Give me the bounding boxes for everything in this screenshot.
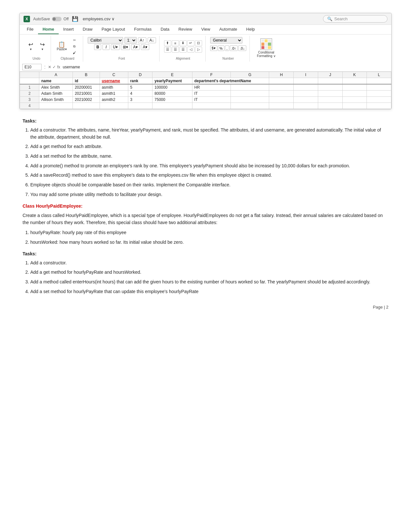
col-header-C[interactable]: C (100, 72, 128, 78)
currency-button[interactable]: $▾ (210, 45, 217, 51)
comma-button[interactable]: , (225, 45, 229, 51)
col-header-H[interactable]: H (269, 72, 294, 78)
paste-button[interactable]: 📋 Paste▾ (55, 41, 68, 52)
list-item: hourlyPayRate: hourly pay rate of this e… (30, 229, 388, 236)
col-header-J[interactable]: J (318, 72, 342, 78)
decimal-increase-button[interactable]: .0↑ (230, 45, 238, 51)
font-family-select[interactable]: Calibri (88, 37, 123, 44)
tab-page-layout[interactable]: Page Layout (97, 25, 130, 34)
fill-color-button[interactable]: A▾ (131, 44, 140, 50)
save-icon[interactable]: 💾 (72, 16, 78, 22)
tab-data[interactable]: Data (156, 25, 174, 34)
cell-2-B[interactable]: 20210001 (73, 91, 100, 97)
cell-4-A[interactable] (39, 103, 73, 109)
search-input[interactable]: Search (334, 16, 347, 21)
cell-3-D[interactable]: 3 (128, 97, 152, 103)
cell-3-E[interactable]: 75000 (152, 97, 192, 103)
table-row: 2 Adam Smith 20210001 asmith1 4 80000 IT (20, 91, 391, 97)
col-header-A[interactable]: A (39, 72, 73, 78)
tab-file[interactable]: File (22, 25, 38, 34)
col-header-E[interactable]: E (152, 72, 192, 78)
conditional-formatting-button[interactable]: ConditionalFormatting ∨ (254, 37, 278, 59)
copy-button[interactable]: ⧉ (69, 44, 80, 49)
increase-font-button[interactable]: A↑ (138, 37, 146, 43)
tab-automate[interactable]: Automate (215, 25, 242, 34)
cell-1-F[interactable]: HR (192, 84, 230, 91)
tab-review[interactable]: Review (174, 25, 197, 34)
col-header-D[interactable]: D (128, 72, 152, 78)
align-middle-button[interactable]: ≡ (172, 40, 179, 46)
tab-home[interactable]: Home (38, 25, 59, 34)
undo-button[interactable]: ↩ ▾ (25, 41, 36, 52)
col-header-I[interactable]: I (294, 72, 318, 78)
border-button[interactable]: ⊞▾ (121, 44, 130, 50)
spreadsheet: A B C D E F G H I J K L name (20, 72, 391, 109)
cell-3-A[interactable]: Allison Smith (39, 97, 73, 103)
cell-3-B[interactable]: 20210002 (73, 97, 100, 103)
conditional-formatting-icon (260, 38, 272, 50)
header-yearly-payment[interactable]: yearlyPayment (152, 78, 192, 84)
header-department[interactable]: department's departmentName (192, 78, 269, 84)
alignment-group: ⬆ ≡ ⬇ ↵ ⊡ ☰ ☰ ☰ ◁ ▷ Alignment (161, 36, 206, 62)
insert-function-icon[interactable]: fx (57, 65, 60, 69)
font-size-select[interactable]: 11 (124, 37, 137, 44)
align-center-button[interactable]: ☰ (172, 47, 179, 53)
cell-1-B[interactable]: 20200001 (73, 84, 100, 91)
cell-2-E[interactable]: 80000 (152, 91, 192, 97)
header-username[interactable]: username (100, 78, 128, 84)
cell-2-C[interactable]: asmith1 (100, 91, 128, 97)
indent-increase-button[interactable]: ▷ (195, 47, 202, 53)
tab-formulas[interactable]: Formulas (130, 25, 156, 34)
align-top-button[interactable]: ⬆ (164, 40, 171, 46)
col-header-G[interactable]: G (231, 72, 269, 78)
col-header-L[interactable]: L (367, 72, 391, 78)
align-left-button[interactable]: ☰ (164, 47, 171, 53)
bold-button[interactable]: B (94, 44, 101, 50)
decrease-font-button[interactable]: A↓ (148, 37, 156, 43)
col-header-F[interactable]: F (192, 72, 230, 78)
alignment-group-label: Alignment (176, 55, 190, 60)
search-box[interactable]: 🔍 Search (323, 15, 387, 23)
merge-button[interactable]: ⊡ (195, 40, 202, 46)
cut-button[interactable]: ✂ (69, 38, 80, 43)
indent-decrease-button[interactable]: ◁ (187, 47, 194, 53)
list-item: Employee objects should be comparable ba… (30, 182, 388, 189)
wrap-text-button[interactable]: ↵ (187, 40, 194, 46)
cell-2-F[interactable]: IT (192, 91, 230, 97)
tab-view[interactable]: View (197, 25, 215, 34)
col-header-B[interactable]: B (73, 72, 100, 78)
align-right-button[interactable]: ☰ (180, 47, 187, 53)
autosave-toggle[interactable] (52, 17, 62, 21)
cell-2-D[interactable]: 4 (128, 91, 152, 97)
cell-1-A[interactable]: Alex Smith (39, 84, 73, 91)
table-row: 3 Allison Smith 20210002 asmith2 3 75000… (20, 97, 391, 103)
underline-button[interactable]: U▾ (111, 44, 120, 50)
format-painter-button[interactable]: 🖌 (69, 50, 80, 55)
italic-button[interactable]: I (103, 44, 110, 50)
align-bottom-button[interactable]: ⬇ (180, 40, 187, 46)
list-item: Add a saveRecord() method to save this e… (30, 172, 388, 179)
col-header-K[interactable]: K (342, 72, 367, 78)
redo-button[interactable]: ↪ ▾ (37, 41, 47, 52)
cell-3-F[interactable]: IT (192, 97, 230, 103)
cell-1-D[interactable]: 5 (128, 84, 152, 91)
cell-1-C[interactable]: asmith (100, 84, 128, 91)
tab-help[interactable]: Help (242, 25, 259, 34)
tab-draw[interactable]: Draw (78, 25, 97, 34)
decimal-decrease-button[interactable]: .0↓ (238, 45, 246, 51)
cell-3-C[interactable]: asmith2 (100, 97, 128, 103)
cell-reference-box[interactable]: E10 (22, 64, 42, 70)
header-id[interactable]: id (73, 78, 100, 84)
tab-insert[interactable]: Insert (59, 25, 78, 34)
header-name[interactable]: name (39, 78, 73, 84)
percent-button[interactable]: % (218, 45, 224, 51)
cancel-formula-icon[interactable]: ✕ (48, 65, 51, 69)
header-rank[interactable]: rank (128, 78, 152, 84)
cell-1-E[interactable]: 100000 (152, 84, 192, 91)
number-format-select[interactable]: General (210, 37, 242, 44)
section-heading-hourly: Class HourlyPaidEmployee: (23, 203, 388, 209)
font-color-button[interactable]: A▾ (141, 44, 149, 50)
cell-2-A[interactable]: Adam Smith (39, 91, 73, 97)
confirm-formula-icon[interactable]: ✓ (53, 65, 56, 69)
ribbon-tabs: File Home Insert Draw Page Layout Formul… (20, 25, 391, 34)
